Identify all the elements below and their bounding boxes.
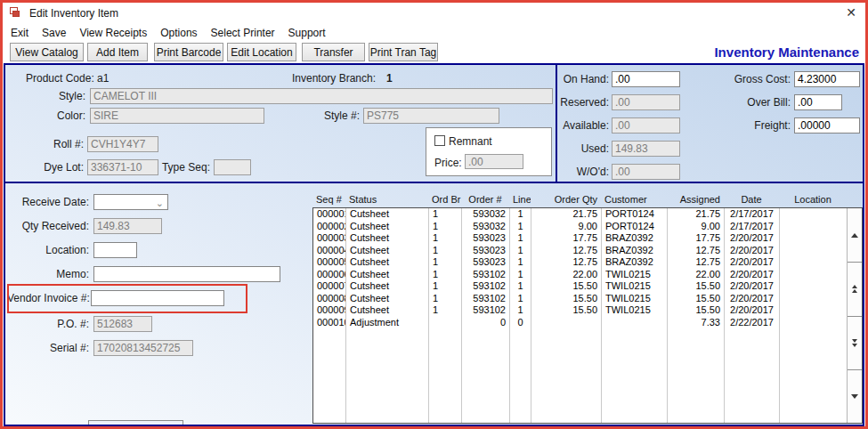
- grid-cell: 0: [510, 317, 531, 329]
- gross-cost-label: Gross Cost:: [693, 73, 791, 85]
- grid-body: 000001Cutsheet1593032121.75PORT012421.75…: [312, 207, 863, 424]
- grid-cell: 000004: [313, 245, 346, 257]
- chevron-down-icon[interactable]: ⌄: [156, 196, 164, 210]
- grid-cell: 2/17/2017: [725, 221, 780, 233]
- grid-cell: 2/20/2017: [725, 293, 780, 305]
- scroll-down-icon[interactable]: [848, 369, 862, 423]
- serial-number-label: Serial #:: [7, 342, 89, 354]
- transfer-button[interactable]: Transfer: [302, 43, 365, 61]
- column-header[interactable]: Order Qty: [531, 194, 601, 205]
- inventory-branch-label: Inventory Branch:: [292, 72, 376, 85]
- grid-cell: 12.75: [531, 256, 602, 269]
- grid-cell: 17.75: [668, 232, 725, 245]
- grid-cell: Cutsheet: [346, 256, 429, 269]
- print-barcode-button[interactable]: Print Barcode: [154, 43, 223, 61]
- scroll-up-icon[interactable]: [848, 208, 862, 262]
- freight-field[interactable]: .00000: [794, 117, 860, 134]
- menu-item-select-printer[interactable]: Select Printer: [211, 27, 275, 39]
- grid-cell: [602, 328, 668, 423]
- style-label: Style:: [5, 90, 85, 102]
- column-header[interactable]: Assigned: [667, 194, 724, 205]
- gross-cost-field[interactable]: 4.23000: [794, 71, 860, 87]
- style-field: CAMELOT III: [90, 88, 553, 104]
- table-row[interactable]: 000008Cutsheet1593102115.50TWIL021515.50…: [313, 293, 862, 305]
- menu-item-exit[interactable]: Exit: [11, 27, 28, 39]
- table-row[interactable]: 000004Cutsheet1593023112.75BRAZ039212.75…: [313, 245, 862, 257]
- grid-cell: [462, 328, 510, 423]
- grid-cell: 1: [429, 208, 462, 221]
- grid-cell: [725, 328, 780, 423]
- menu-item-view-receipts[interactable]: View Receipts: [79, 27, 147, 39]
- scroll-page-up-icon[interactable]: [848, 262, 862, 315]
- color-field: SIRE: [90, 108, 264, 124]
- grid-cell: 000001: [313, 208, 346, 221]
- column-header[interactable]: Location: [779, 194, 847, 205]
- table-row[interactable]: 000003Cutsheet1593023117.75BRAZ039217.75…: [313, 232, 862, 245]
- column-header[interactable]: Customer: [601, 194, 667, 205]
- add-item-button[interactable]: Add Item: [87, 43, 148, 61]
- table-row[interactable]: 000007Cutsheet1593102115.50TWIL021515.50…: [313, 280, 862, 293]
- grid-scrollbar[interactable]: [847, 208, 862, 423]
- table-row[interactable]: 000010Adjustment007.332/22/2017: [313, 317, 862, 329]
- grid-cell: 000002: [313, 221, 346, 233]
- style-number-field: PS775: [363, 108, 499, 124]
- column-header[interactable]: Line: [509, 194, 531, 205]
- grid-cell: [429, 328, 462, 423]
- grid-cell: 1: [510, 304, 531, 317]
- column-header[interactable]: Ord Br: [428, 194, 461, 205]
- table-row[interactable]: 000002Cutsheet159303219.00PORT01249.002/…: [313, 221, 862, 233]
- grid-cell: 0: [462, 317, 510, 329]
- vendor-invoice-field[interactable]: [91, 290, 224, 306]
- column-header[interactable]: Date: [724, 194, 779, 205]
- grid-cell: 593023: [462, 256, 510, 269]
- grid-cell: [780, 328, 848, 423]
- on-hand-field[interactable]: .00: [612, 71, 680, 87]
- menu-item-support[interactable]: Support: [288, 27, 326, 39]
- grid-cell: 1: [510, 269, 531, 281]
- receive-date-combobox[interactable]: 2/ 8/2017 ⌄: [93, 194, 168, 210]
- table-row[interactable]: 000005Cutsheet1593023112.75BRAZ039212.75…: [313, 256, 862, 269]
- grid-cell: 2/20/2017: [725, 280, 780, 293]
- vendor-invoice-label: Vendor Invoice #:: [7, 292, 89, 304]
- table-row[interactable]: 000006Cutsheet1593102122.00TWIL021522.00…: [313, 269, 862, 281]
- location-field[interactable]: 220A: [93, 242, 137, 258]
- grid-cell: 1: [429, 280, 462, 293]
- grid-cell: 593032: [462, 208, 510, 221]
- grid-cell: Cutsheet: [346, 304, 429, 317]
- po-number-field: 512683: [93, 316, 152, 332]
- grid-cell: 593023: [462, 232, 510, 245]
- grid-cell: BRAZ0392: [602, 245, 668, 257]
- table-row[interactable]: 000009Cutsheet1593102115.50TWIL021515.50…: [313, 304, 862, 317]
- table-row[interactable]: 000001Cutsheet1593032121.75PORT012421.75…: [313, 208, 862, 221]
- grid-cell: 2/20/2017: [725, 256, 780, 269]
- scroll-page-down-icon[interactable]: [848, 316, 862, 369]
- grid-cell: [780, 304, 848, 317]
- column-header[interactable]: Order #: [461, 194, 509, 205]
- grid-cell: [780, 293, 848, 305]
- column-header[interactable]: Seq #: [312, 194, 345, 205]
- menu-item-save[interactable]: Save: [42, 27, 66, 39]
- grid-cell: 1: [429, 256, 462, 269]
- grid-cell: 22.00: [668, 269, 725, 281]
- view-catalog-button[interactable]: View Catalog: [10, 43, 84, 61]
- grid-cell: Adjustment: [346, 317, 429, 329]
- close-icon[interactable]: ✕: [846, 5, 856, 20]
- menu-item-options[interactable]: Options: [160, 27, 197, 39]
- grid-cell: 1: [429, 304, 462, 317]
- grid-cell: [602, 317, 668, 329]
- grid-cell: 15.50: [668, 304, 725, 317]
- remnant-checkbox[interactable]: [434, 135, 445, 146]
- memo-field[interactable]: [93, 266, 280, 282]
- grid-cell: [668, 328, 725, 423]
- grid-cell: 2/22/2017: [725, 317, 780, 329]
- print-tran-tag-button[interactable]: Print Tran Tag: [369, 43, 438, 61]
- grid-cell: 22.00: [531, 269, 602, 281]
- style-number-label: Style #:: [281, 109, 360, 122]
- window-title: Edit Inventory Item: [29, 7, 118, 20]
- over-bill-field[interactable]: .00: [794, 94, 842, 110]
- product-code-value: a1: [97, 72, 109, 85]
- grid-cell: 2/17/2017: [725, 208, 780, 221]
- edit-location-button[interactable]: Edit Location: [227, 43, 296, 61]
- column-header[interactable]: Status: [345, 194, 428, 205]
- grid-cell: 17.75: [531, 232, 602, 245]
